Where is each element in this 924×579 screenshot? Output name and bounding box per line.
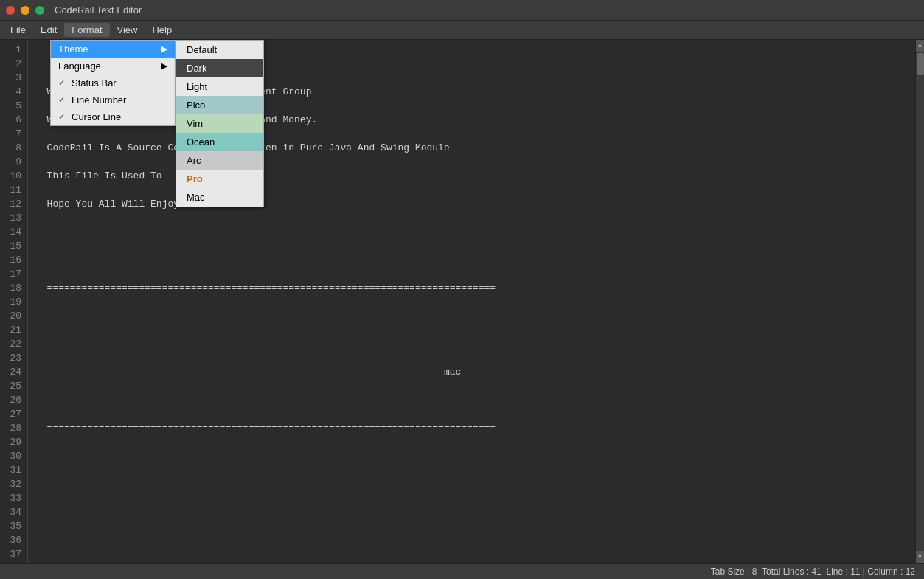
close-button[interactable] (6, 6, 15, 15)
line-6: Hope You All Will Enjoy This. (35, 197, 908, 211)
line-9: ========================================… (35, 281, 908, 295)
line-12: mac (35, 365, 908, 379)
line-7 (35, 225, 908, 239)
total-lines: Total Lines : 41 (762, 566, 821, 577)
theme-light[interactable]: Light (176, 77, 263, 96)
format-cursorline-item[interactable]: ✓ Cursor Line (51, 108, 175, 125)
menu-edit[interactable]: Edit (33, 23, 64, 37)
format-menu: Theme ▶ Language ▶ ✓ Status Bar ✓ Line N… (50, 40, 176, 126)
line-8 (35, 253, 908, 267)
title-bar: CodeRail Text Editor (0, 0, 924, 21)
theme-vim[interactable]: Vim (176, 114, 263, 133)
check-cursorline: ✓ (58, 112, 69, 122)
scroll-down[interactable]: ▼ (916, 551, 925, 563)
minimize-button[interactable] (21, 6, 29, 15)
theme-ocean[interactable]: Ocean (176, 133, 263, 151)
maximize-button[interactable] (35, 6, 44, 15)
theme-default[interactable]: Default (176, 41, 263, 59)
line-16 (35, 477, 908, 491)
linenumber-label: Line Number (72, 94, 126, 105)
tab-size: Tab Size : 8 (711, 566, 757, 577)
line-18 (35, 533, 908, 547)
line-10 (35, 309, 908, 323)
language-label: Language (58, 60, 101, 72)
menu-file[interactable]: File (3, 23, 33, 37)
format-language-item[interactable]: Language ▶ (51, 58, 175, 74)
menu-format[interactable]: Format (64, 23, 109, 37)
format-theme-item[interactable]: Theme ▶ (51, 41, 175, 58)
line-numbers: 1 2 3 4 5 6 7 8 9 10 11 12 13 14 15 16 1… (0, 40, 28, 563)
submenu-arrow: ▶ (161, 44, 167, 54)
line-column: Line : 11 | Column : 12 (826, 566, 915, 577)
line-14: ========================================… (35, 421, 908, 435)
statusbar-label: Status Bar (72, 77, 117, 89)
theme-arc[interactable]: Arc (176, 151, 263, 170)
check-statusbar: ✓ (58, 78, 69, 88)
format-statusbar-item[interactable]: ✓ Status Bar (51, 74, 175, 91)
theme-pico[interactable]: Pico (176, 96, 263, 114)
scrollbar[interactable]: ▲ ▼ (915, 40, 924, 563)
format-linenumber-item[interactable]: ✓ Line Number (51, 91, 175, 108)
theme-submenu: Default Dark Light Pico Vim Ocean Arc Pr… (176, 40, 264, 207)
theme-pro[interactable]: Pro (176, 170, 263, 188)
theme-label: Theme (58, 44, 88, 55)
submenu-arrow: ▶ (161, 61, 167, 71)
menu-view[interactable]: View (110, 23, 145, 37)
cursorline-label: Cursor Line (72, 111, 121, 122)
line-11 (35, 337, 908, 351)
app-title: CodeRail Text Editor (55, 4, 142, 15)
scroll-thumb[interactable] (917, 53, 924, 75)
line-13 (35, 393, 908, 407)
line-4: CodeRail Is A Source Code Editor written… (35, 141, 908, 155)
line-15 (35, 449, 908, 463)
status-bar: Tab Size : 8 Total Lines : 41 Line : 11 … (0, 563, 924, 579)
line-17 (35, 505, 908, 519)
check-linenumber: ✓ (58, 95, 69, 105)
scroll-up[interactable]: ▲ (916, 40, 925, 52)
menu-bar: File Edit Format View Help Theme ▶ Langu… (0, 21, 924, 40)
line-5: This File Is Used To (35, 169, 908, 183)
theme-dark[interactable]: Dark (176, 59, 263, 77)
theme-mac[interactable]: Mac (176, 188, 263, 207)
menu-help[interactable]: Help (145, 23, 179, 37)
